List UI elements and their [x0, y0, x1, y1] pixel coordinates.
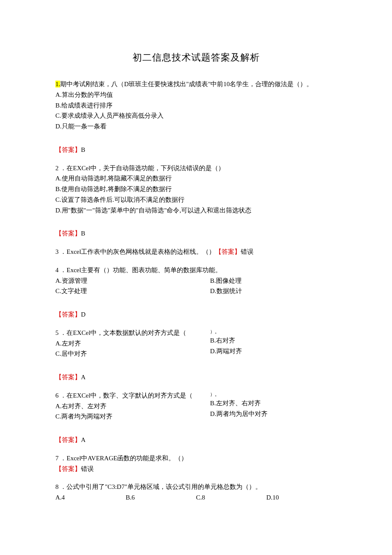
q2-opt-b: B.使用自动筛选时,将删除不满足的数据行 [55, 184, 337, 195]
q6-stem: 6 ．在EXCel中，数字、文字默认的对齐方式是（ [55, 390, 210, 401]
q5-answer-value: A [81, 374, 86, 381]
q1-answer-value: B [81, 146, 85, 153]
q6-block: 6 ．在EXCel中，数字、文字默认的对齐方式是（ A.右对齐、左对齐 C.两者… [55, 390, 337, 422]
q5-stem-tail: ）。 [210, 328, 337, 335]
q3-answer-value: 错误 [241, 248, 254, 255]
q7-stem: 7 ．Excel中AVERAGE函数的功能是求和。（） [55, 453, 337, 464]
answer-label: 【答案】 [55, 230, 81, 237]
q8-opt-b: B.6 [126, 492, 196, 503]
q5-block: 5 ．在EXCel中，文本数据默认的对齐方式是（ A.左对齐 C.居中对齐 ）。… [55, 328, 337, 359]
q6-opt-c: C.两者均为两端对齐 [55, 411, 210, 422]
q6-opt-a: A.右对齐、左对齐 [55, 401, 210, 412]
q5-answer: 【答案】A [55, 372, 337, 383]
q4-stem: 4 ．Excel主要有（）功能、图表功能、简单的数据库功能。 [55, 265, 337, 276]
answer-label: 【答案】 [55, 146, 81, 153]
q6-answer-value: A [81, 436, 86, 443]
answer-label: 【答案】 [55, 374, 81, 381]
q5-opt-a: A.左对齐 [55, 338, 210, 349]
q1-stem-text: 期中考试刚结束，八（D班班主任要快速找出"成绩表"中前10名学生，合理的做法是（… [60, 81, 313, 87]
q6-answer: 【答案】A [55, 435, 337, 445]
q2-opt-d: D.用"数据"一"筛选"菜单中的"自动筛选"命令,可以进入和退出筛选状态 [55, 205, 337, 216]
q4-opt-d: D.数据统计 [210, 286, 337, 296]
q4-answer-value: D [81, 311, 86, 318]
q1-opt-c: C.要求成绩录入人员严格按高低分录入 [55, 110, 337, 121]
answer-label: 【答案】 [55, 465, 81, 472]
answer-label: 【答案】 [55, 311, 81, 318]
q2-opt-a: A.使用自动筛选时,将隐藏不满足的数据行 [55, 173, 337, 184]
q1-number-highlight: 1. [55, 81, 60, 87]
answer-label: 【答案】 [215, 248, 241, 255]
q1-answer: 【答案】B [55, 145, 337, 155]
q4-opt-a: A.资源管理 [55, 276, 210, 286]
q4-opt-b: B.图像处理 [210, 276, 337, 286]
q1-stem: 1.期中考试刚结束，八（D班班主任要快速找出"成绩表"中前10名学生，合理的做法… [55, 79, 337, 90]
q4-options-row1: A.资源管理 B.图像处理 [55, 276, 337, 286]
q5-stem: 5 ．在EXCel中，文本数据默认的对齐方式是（ [55, 328, 210, 338]
q8-opt-c: C.8 [196, 492, 266, 503]
answer-label: 【答案】 [55, 436, 81, 443]
q1-opt-a: A.算出分数的平均值 [55, 90, 337, 100]
q4-opt-c: C.文字处理 [55, 286, 210, 296]
q3-stem: 3 ．Excel工作表中的灰色网格线就是表格的边框线。（） [55, 248, 215, 255]
q8-stem: 8 ．公式中引用了"C3:D7"单元格区域，该公式引用的单元格总数为（）。 [55, 482, 337, 492]
q6-opt-b: B.左对齐、右对齐 [210, 398, 337, 409]
q5-opt-b: B.右对齐 [210, 335, 337, 346]
q2-stem: 2 ．在EXCel中，关于自动筛选功能，下列说法错误的是（） [55, 163, 337, 174]
q5-opt-c: C.居中对齐 [55, 349, 210, 359]
q7-answer-value: 错误 [81, 465, 94, 472]
q8-opt-a: A.4 [55, 492, 126, 503]
q2-answer-value: B [81, 230, 85, 237]
doc-title: 初二信息技术试题答案及解析 [55, 51, 337, 64]
page: 初二信息技术试题答案及解析 1.期中考试刚结束，八（D班班主任要快速找出"成绩表… [0, 0, 392, 529]
q8-options: A.4 B.6 C.8 D.10 [55, 492, 337, 503]
q1-opt-d: D.只能一条一条看 [55, 121, 337, 132]
q4-options-row2: C.文字处理 D.数据统计 [55, 286, 337, 296]
q6-stem-tail: ）。 [210, 390, 337, 398]
q8-opt-d: D.10 [266, 492, 337, 503]
q4-answer: 【答案】D [55, 309, 337, 320]
q2-answer: 【答案】B [55, 228, 337, 239]
q7-answer: 【答案】错误 [55, 464, 337, 474]
q2-opt-c: C.设置了筛选条件后.可以取消不满足的数据行 [55, 195, 337, 205]
q5-opt-d: D.两端对齐 [210, 346, 337, 357]
q3-line: 3 ．Excel工作表中的灰色网格线就是表格的边框线。（）【答案】错误 [55, 247, 337, 257]
q1-opt-b: B.给成绩表进行排序 [55, 100, 337, 111]
q6-opt-d: D.两者均为居中对齐 [210, 409, 337, 419]
